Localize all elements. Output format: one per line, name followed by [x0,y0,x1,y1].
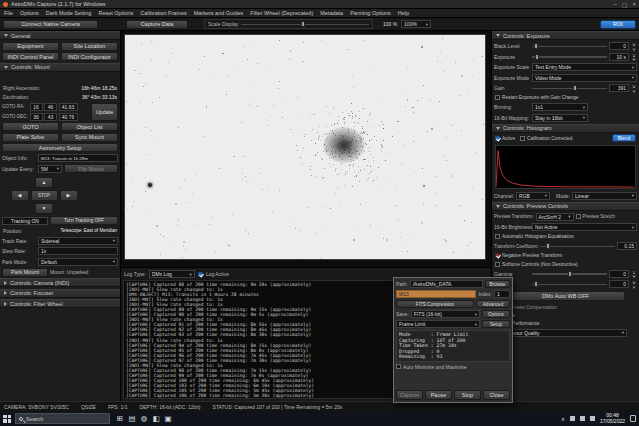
menu-item[interactable]: Metadata [320,10,343,16]
menu-item[interactable]: Help [398,10,409,16]
blend-button[interactable]: Blend [612,134,636,142]
browse-button[interactable]: Browse [485,280,510,288]
index-field[interactable]: 1 [494,290,510,298]
section-focuser[interactable]: Controls: Focuser [0,289,120,298]
display-performance-select[interactable]: Favour Quality [504,329,627,337]
menu-item[interactable]: Filter Wheel (Deprecated) [250,10,313,16]
channel-select[interactable]: RGB [516,192,550,200]
capture-mode-select[interactable]: Frame Limit [396,320,480,328]
menu-item[interactable]: Dark Mode Setting [46,10,92,16]
bit-mapping-select[interactable]: Stay in 16bit [532,114,588,122]
pause-button[interactable]: Pause [425,390,452,400]
section-histogram[interactable]: Controls: Histogram [492,124,639,133]
goto-ra-minutes-field[interactable]: 46 [44,103,57,111]
tray-icon-1[interactable] [570,416,575,421]
histogram-mode-select[interactable]: Linear [572,192,637,200]
goto-dec-minutes-field[interactable]: 43 [44,113,57,121]
goto-ra-seconds-field[interactable]: 41.63 [59,103,78,111]
menu-item[interactable]: Panning Options [350,10,391,16]
menu-item[interactable]: Options [20,10,39,16]
slew-rate-field[interactable]: 1x [38,247,118,255]
capture-data-button[interactable]: Capture Data [126,20,188,29]
gain-slider[interactable] [532,84,607,93]
binning-select[interactable]: 1x1 [532,103,588,111]
connect-native-camera-button[interactable]: Connect Native Camera [3,20,98,29]
update-every-select[interactable]: 5M [38,165,62,173]
gain-stepper[interactable] [631,84,637,92]
save-format-select[interactable]: FITS (16-bit) [411,310,480,318]
histogram-active-checkbox[interactable] [495,136,500,141]
calibration-corrected-checkbox[interactable] [520,136,525,141]
gamma-value[interactable]: 0 [609,270,629,278]
equipment-button[interactable]: Equipment [2,42,59,51]
mode-setup-button[interactable]: Setup [482,320,510,328]
tray-chevron-up-icon[interactable]: ∧ [561,416,565,422]
update-button[interactable]: Update [91,103,118,121]
softtone-checkbox[interactable] [495,262,500,267]
transform-coefficient-slider[interactable] [540,242,615,251]
black-level-value[interactable]: 0 [609,42,629,50]
start-button[interactable] [3,415,11,423]
scale-display-slider[interactable] [241,20,369,29]
park-mount-button[interactable]: Park Mount [2,268,48,277]
object-name-field[interactable]: M13 [396,290,476,298]
section-preview-controls[interactable]: Controls: Preview Controls [492,202,639,211]
taskbar-app-icon[interactable]: ▣ [162,412,174,425]
roi-button[interactable]: ROI [600,20,636,29]
maximize-button[interactable]: ▢ [622,1,628,8]
bit-brightness-select[interactable]: Not Active [532,223,637,231]
preview-image[interactable] [124,34,486,260]
goto-button[interactable]: GOTO [2,122,59,131]
path-field[interactable]: /AstroDMx_DATA [410,280,483,288]
stop-capture-button[interactable]: Stop [454,390,481,400]
object-list-button[interactable]: Object List [61,122,118,131]
stop-button[interactable]: STOP [31,190,58,201]
close-button[interactable]: × [632,1,636,8]
section-mount[interactable]: Controls: Mount [0,63,120,72]
park-mode-select[interactable]: Default [38,258,118,266]
slew-south-button[interactable]: ▼ [35,203,53,214]
taskbar-clock[interactable]: 00:48 17/05/2022 [600,413,625,424]
goto-dec-degrees-field[interactable]: 36 [30,113,43,121]
track-rate-select[interactable]: Sidereal [38,237,118,245]
slew-east-button[interactable]: ▶ [60,190,78,201]
astrometry-setup-button[interactable]: Astrometry Setup [2,143,118,152]
auto-histogram-checkbox[interactable] [495,234,500,239]
taskbar-app-icon[interactable]: ◧ [150,412,162,425]
indi-control-panel-button[interactable]: INDI Control Panel [2,52,59,61]
tray-icon-2[interactable] [580,416,585,421]
taskbar-app-icon[interactable]: ⊞ [114,412,126,425]
black-level-slider[interactable] [532,42,607,51]
section-general[interactable]: General [0,31,120,40]
menu-item[interactable]: Reset Options [98,10,133,16]
gain-value[interactable]: 391 [609,84,629,92]
slew-west-button[interactable]: ◀ [11,190,29,201]
gamma-slider[interactable] [532,269,607,278]
taskbar-search[interactable]: Search [15,413,110,424]
auto-minimise-checkbox[interactable] [396,364,401,369]
taskbar-app-icon[interactable]: ◍ [138,412,150,425]
section-camera-indi[interactable]: Controls: Camera (INDI) [0,278,120,287]
save-options-button[interactable]: Options [482,310,510,318]
zoom-select[interactable]: 100% [401,20,431,28]
minimize-button[interactable]: – [613,1,616,8]
menu-item[interactable]: File [4,10,13,16]
goto-dec-seconds-field[interactable]: 40.76 [59,113,78,121]
exposure-mode-select[interactable]: Video Mode [532,74,637,82]
menu-item[interactable]: Markers and Guides [194,10,244,16]
gamma-stepper[interactable] [631,270,637,278]
tray-icon-3[interactable] [590,416,595,421]
restart-exposure-checkbox[interactable] [495,95,500,100]
advanced-button[interactable]: Advanced [476,300,510,308]
black-level-stepper[interactable] [631,42,637,50]
negative-preview-checkbox[interactable] [495,253,500,258]
slew-north-button[interactable]: ▲ [35,177,53,188]
sync-mount-button[interactable]: Sync Mount [61,133,118,142]
exposure-slider[interactable] [532,52,607,61]
log-active-checkbox[interactable] [198,272,203,277]
preview-stretch-checkbox[interactable] [576,214,581,219]
exposure-value[interactable]: 10 s [609,53,629,61]
dmx-auto-wb-button[interactable]: DMx Auto WB OFF [506,291,625,301]
cutoff-value[interactable]: 0 [609,280,629,288]
transform-coefficient-value[interactable]: 0.15 [617,242,637,250]
